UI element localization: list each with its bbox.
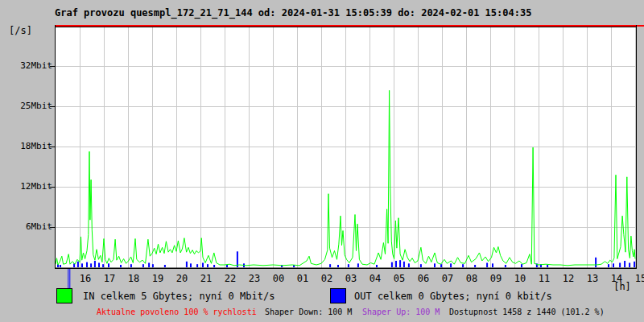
y-tick-label: 12Mbit xyxy=(5,181,52,192)
x-tick-label: 05 xyxy=(387,273,411,284)
x-tick-label: 06 xyxy=(411,273,436,284)
legend-in-label: IN celkem 5 Gbytes; nyní 0 Mbit/s xyxy=(83,291,275,302)
footer-allowed-speed: Aktualne povoleno 100 % rychlosti xyxy=(97,308,257,316)
traffic-graph-window: Graf provozu quesmpl_172_21_71_144 od: 2… xyxy=(0,0,644,322)
x-tick-label: 03 xyxy=(339,273,363,284)
graph-title: Graf provozu quesmpl_172_21_71_144 od: 2… xyxy=(55,7,531,19)
y-tick-label: 25Mbit xyxy=(5,101,52,111)
x-tick-label: 10 xyxy=(508,273,532,284)
legend-out-label: OUT celkem 0 Gbytes; nyní 0 kbit/s xyxy=(354,291,552,302)
x-tick-label: 09 xyxy=(484,273,508,284)
x-tick-label: 11 xyxy=(532,273,556,284)
x-tick-label: 23 xyxy=(242,273,266,284)
x-tick-label: 02 xyxy=(315,273,339,284)
x-tick-label: 22 xyxy=(218,273,242,284)
x-tick-label: 20 xyxy=(170,273,194,284)
x-tick-label: 18 xyxy=(122,273,146,284)
y-tick-label: 32Mbit xyxy=(5,60,52,71)
x-tick-label: 13 xyxy=(580,273,605,284)
x-tick-label: 21 xyxy=(194,273,218,284)
x-tick-label: 01 xyxy=(291,273,315,284)
y-tick-label: 6Mbit xyxy=(5,221,52,232)
x-tick-label: 04 xyxy=(363,273,387,284)
x-tick-label: 07 xyxy=(436,273,460,284)
footer-shaper-down: Shaper Down: 100 M xyxy=(265,308,352,316)
footer-availability: Dostupnost 1458 z 1440 (101.2 %) xyxy=(449,308,605,316)
x-axis-unit: [h] xyxy=(610,281,634,292)
y-tick-label: 18Mbit xyxy=(5,141,52,151)
legend-out-swatch xyxy=(330,288,346,303)
x-tick-label: 08 xyxy=(460,273,484,284)
x-tick-label: 16 xyxy=(73,273,97,284)
x-tick-label: 00 xyxy=(266,273,291,284)
legend-in-swatch xyxy=(56,288,72,303)
y-axis-unit: [/s] xyxy=(9,25,32,36)
x-tick-label: 12 xyxy=(556,273,580,284)
x-tick-label: 17 xyxy=(97,273,122,284)
x-tick-label: 19 xyxy=(146,273,170,284)
footer-shaper-up: Shaper Up: 100 M xyxy=(362,308,440,316)
